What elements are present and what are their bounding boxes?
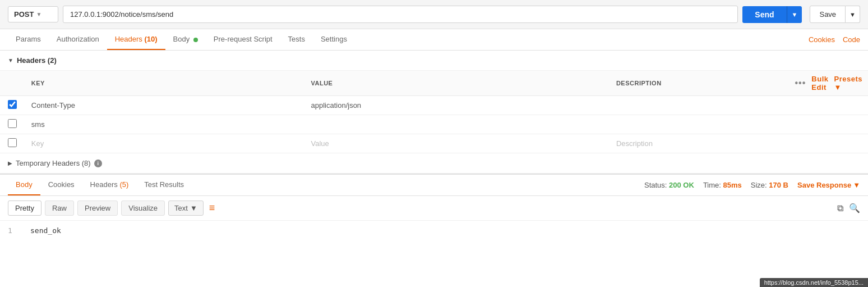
request-tabs: Params Authorization Headers (10) Body P… — [0, 29, 868, 51]
th-checkbox — [0, 71, 26, 96]
tab-body[interactable]: Body — [165, 29, 206, 50]
method-chevron-icon: ▼ — [36, 11, 41, 17]
search-button[interactable]: 🔍 — [849, 203, 860, 213]
temp-headers-arrow-icon: ▶ — [8, 160, 12, 166]
wrap-icon[interactable]: ≡ — [209, 202, 215, 214]
save-response-button[interactable]: Save Response ▼ — [797, 181, 860, 189]
row3-value-placeholder[interactable]: Value — [305, 134, 610, 153]
tab-headers[interactable]: Headers (10) — [107, 29, 165, 50]
table-row: sms — [0, 115, 868, 134]
status-label: Status: 200 OK — [644, 181, 694, 189]
table-header-row: KEY VALUE DESCRIPTION ••• Bulk Edit Pres… — [0, 71, 868, 96]
response-area: Body Cookies Headers (5) Test Results St… — [0, 174, 868, 240]
visualize-button[interactable]: Visualize — [121, 201, 165, 216]
code-area: 1 send_ok — [0, 221, 868, 240]
body-view-controls: Pretty Raw Preview Visualize Text ▼ ≡ ⧉ … — [0, 196, 868, 221]
table-row: Content-Type application/json — [0, 96, 868, 115]
response-tab-body[interactable]: Body — [8, 175, 40, 195]
th-actions: ••• Bulk Edit Presets ▼ — [789, 71, 869, 96]
cookies-link[interactable]: Cookies — [809, 35, 835, 44]
row2-value[interactable] — [305, 115, 610, 134]
more-options-icon[interactable]: ••• — [795, 78, 806, 88]
presets-button[interactable]: Presets ▼ — [834, 75, 862, 92]
row3-key-placeholder[interactable]: Key — [26, 134, 306, 153]
th-description: DESCRIPTION — [611, 71, 789, 96]
status-value: 200 OK — [669, 181, 694, 189]
headers-section-label: Headers (2) — [17, 56, 57, 65]
response-tab-test-results[interactable]: Test Results — [136, 175, 192, 195]
request-tabs-left: Params Authorization Headers (10) Body P… — [8, 29, 355, 50]
text-format-select[interactable]: Text ▼ — [168, 201, 204, 216]
send-dropdown-button[interactable]: ▼ — [787, 6, 802, 23]
url-bar: POST ▼ Send ▼ Save ▼ — [0, 0, 868, 29]
row1-description[interactable] — [611, 96, 789, 115]
pretty-button[interactable]: Pretty — [8, 201, 41, 216]
copy-button[interactable]: ⧉ — [837, 203, 843, 213]
save-btn-group: Save ▼ — [810, 6, 860, 23]
th-value: VALUE — [305, 71, 610, 96]
bulk-edit-button[interactable]: Bulk Edit — [811, 75, 828, 92]
row3-desc-placeholder[interactable]: Description — [611, 134, 789, 153]
code-link[interactable]: Code — [843, 35, 860, 44]
tab-pre-request[interactable]: Pre-request Script — [206, 29, 280, 50]
send-button[interactable]: Send — [742, 6, 786, 23]
table-row: Key Value Description — [0, 134, 868, 153]
body-active-dot — [193, 38, 198, 42]
method-select[interactable]: POST ▼ — [8, 6, 58, 22]
text-format-chevron-icon: ▼ — [190, 204, 197, 212]
time-value: 85ms — [723, 181, 742, 189]
preview-button[interactable]: Preview — [77, 201, 118, 216]
row2-checkbox-cell — [0, 115, 26, 134]
raw-button[interactable]: Raw — [45, 201, 74, 216]
request-tabs-right: Cookies Code — [809, 35, 860, 44]
response-tabs-left: Body Cookies Headers (5) Test Results — [8, 175, 192, 195]
response-tab-cookies[interactable]: Cookies — [40, 175, 82, 195]
response-tabs-row: Body Cookies Headers (5) Test Results St… — [0, 175, 868, 196]
row1-value[interactable]: application/json — [305, 96, 610, 115]
tab-tests[interactable]: Tests — [280, 29, 313, 50]
info-icon: i — [94, 160, 102, 167]
row2-actions — [789, 115, 869, 134]
size-label: Size: 170 B — [751, 181, 788, 189]
row2-checkbox[interactable] — [8, 119, 17, 128]
headers-table: KEY VALUE DESCRIPTION ••• Bulk Edit Pres… — [0, 71, 868, 153]
tab-settings[interactable]: Settings — [313, 29, 355, 50]
time-label: Time: 85ms — [703, 181, 742, 189]
row2-description[interactable] — [611, 115, 789, 134]
body-view-right: ⧉ 🔍 — [837, 203, 860, 213]
response-tab-headers[interactable]: Headers (5) — [82, 175, 137, 195]
temp-headers-section[interactable]: ▶ Temporary Headers (8) i — [0, 153, 868, 174]
headers-section-title[interactable]: ▼ Headers (2) — [0, 51, 868, 71]
row3-checkbox-cell — [0, 134, 26, 153]
collapse-arrow-icon: ▼ — [8, 57, 13, 63]
code-line: send_ok — [30, 226, 61, 235]
row2-key[interactable]: sms — [26, 115, 306, 134]
row3-actions — [789, 134, 869, 153]
row1-checkbox-cell — [0, 96, 26, 115]
th-key: KEY — [26, 71, 306, 96]
row3-checkbox[interactable] — [8, 138, 17, 147]
tab-params[interactable]: Params — [8, 29, 49, 50]
response-meta: Status: 200 OK Time: 85ms Size: 170 B Sa… — [644, 181, 860, 189]
headers-section: ▼ Headers (2) KEY VALUE DESCRIPTION ••• … — [0, 51, 868, 153]
send-btn-group: Send ▼ — [742, 6, 802, 23]
line-number: 1 — [8, 226, 19, 235]
temp-headers-label: Temporary Headers (8) — [16, 159, 91, 167]
save-button[interactable]: Save — [810, 6, 846, 23]
row1-checkbox[interactable] — [8, 100, 17, 109]
row1-key[interactable]: Content-Type — [26, 96, 306, 115]
url-input[interactable] — [63, 6, 738, 23]
save-dropdown-button[interactable]: ▼ — [846, 6, 860, 23]
row1-actions — [789, 96, 869, 115]
method-label: POST — [14, 10, 34, 19]
tab-authorization[interactable]: Authorization — [49, 29, 107, 50]
size-value: 170 B — [769, 181, 788, 189]
